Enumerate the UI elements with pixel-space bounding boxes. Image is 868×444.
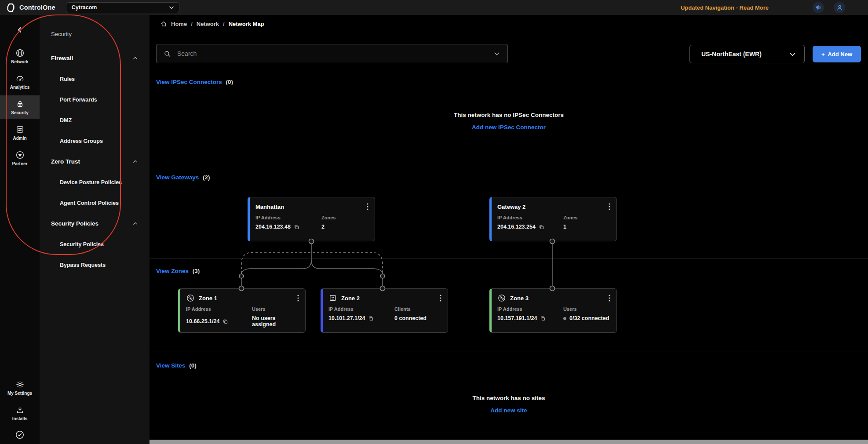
section-ipsec-connectors: View IPSec Connectors (0) [156,79,233,85]
updated-navigation-link[interactable]: Updated Navigation - Read More [681,4,769,11]
ip-address-value: 204.16.123.48 [255,224,291,230]
zone-name: Zone 1 [199,295,217,302]
status-dot [563,317,566,320]
ip-address-value: 10.101.27.1/24 [328,315,365,321]
horizontal-scrollbar[interactable] [150,440,868,444]
padlock-icon [15,99,25,109]
add-new-site-link[interactable]: Add new site [150,407,868,414]
card-menu-icon[interactable] [439,294,442,302]
zone-stat-value: 0 connected [394,315,442,321]
sidebar-item-network[interactable]: Network [0,44,40,68]
region-selector-value: US-NorthEast (EWR) [701,51,789,58]
breadcrumb-network-map: Network Map [229,21,264,27]
ipsec-empty-text: This network has no IPSec Connectors [150,112,868,118]
copy-icon[interactable] [222,319,228,324]
copy-icon[interactable] [540,316,546,321]
person-icon [836,4,843,11]
panel-item-address-groups[interactable]: Address Groups [40,131,150,151]
security-panel: Security Firewall Rules Port Forwards DM… [40,15,150,444]
top-bar: ControlOne Cytracom Updated Navigation -… [0,0,868,15]
zone-client-icon [328,294,337,302]
organization-selector[interactable]: Cytracom [66,2,179,13]
panel-item-bypass-requests[interactable]: Bypass Requests [40,255,150,275]
star-circle-icon [15,150,25,160]
zone-card-zone-3: Zone 3 IP Address Users 10.157.191.1/24 … [489,288,617,333]
panel-group-security-policies[interactable]: Security Policies [40,213,150,234]
search-input[interactable] [176,50,493,58]
account-button[interactable] [834,2,845,13]
sliders-panel-icon [15,125,25,134]
copy-icon[interactable] [294,224,299,230]
app-shell: Network Analytics Security [0,15,868,444]
zones-count-value: 1 [563,224,611,230]
chevron-up-icon [132,221,138,226]
breadcrumb-home[interactable]: Home [171,21,187,27]
section-sites: View Sites (0) [156,362,197,369]
copy-icon[interactable] [539,224,544,230]
zone-icon [497,294,506,302]
zone-stat-value: No users assigned [252,315,300,328]
collapse-panel-button[interactable] [14,24,26,36]
gear-icon [15,380,25,389]
globe-icon [15,48,25,58]
ip-address-value: 10.157.191.1/24 [497,315,537,321]
panel-item-device-posture-policies[interactable]: Device Posture Policies [40,172,150,193]
sidebar-item-admin[interactable]: Admin [0,121,40,144]
announcements-button[interactable] [813,2,824,13]
zone-name: Zone 3 [510,295,529,302]
brand-title: ControlOne [19,4,55,11]
chevron-down-icon [168,4,175,11]
view-zones-link[interactable]: View Zones [156,268,189,274]
region-selector[interactable]: US-NorthEast (EWR) [689,45,805,63]
check-circle-icon [15,430,25,440]
status-check-button[interactable] [15,430,25,440]
ip-address-value: 10.66.25.1/24 [186,318,219,324]
panel-item-security-policies[interactable]: Security Policies [40,234,150,255]
add-ipsec-connector-link[interactable]: Add new IPSec Connector [150,124,868,131]
view-ipsec-connectors-link[interactable]: View IPSec Connectors [156,79,222,85]
megaphone-icon [815,4,822,11]
sidebar-item-partner[interactable]: Partner [0,146,40,170]
card-menu-icon[interactable] [608,202,611,211]
copy-icon[interactable] [368,316,374,321]
gateway-name: Manhattan [255,204,284,210]
card-menu-icon[interactable] [296,294,300,302]
breadcrumb-network[interactable]: Network [197,21,219,27]
card-menu-icon[interactable] [608,294,611,302]
view-gateways-link[interactable]: View Gateways [156,174,199,181]
icon-rail: Network Analytics Security [0,15,40,444]
gateway-card-manhattan: Manhattan IP Address Zones 204.16.123.48… [248,197,375,241]
panel-title: Security [40,31,150,37]
gateway-card-gateway-2: Gateway 2 IP Address Zones 204.16.123.25… [489,197,617,241]
panel-item-rules[interactable]: Rules [40,69,150,89]
panel-group-zero-trust[interactable]: Zero Trust [40,151,150,172]
organization-selector-value: Cytracom [72,4,168,11]
download-icon [15,405,25,415]
zone-card-zone-1: Zone 1 IP Address Users 10.66.25.1/24 No… [178,288,306,333]
sidebar-item-my-settings[interactable]: My Settings [0,376,40,399]
chevron-left-icon [16,26,24,34]
panel-item-port-forwards[interactable]: Port Forwards [40,89,150,110]
breadcrumb: Home / Network / Network Map [160,21,264,27]
panel-item-agent-control-policies[interactable]: Agent Control Policies [40,193,150,213]
zone-name: Zone 2 [341,295,360,302]
section-divider [150,162,868,162]
section-zones: View Zones (3) [156,268,200,274]
sidebar-item-security[interactable]: Security [0,95,40,119]
panel-item-dmz[interactable]: DMZ [40,110,150,131]
sidebar-item-installs[interactable]: Installs [0,401,40,425]
chevron-down-icon[interactable] [493,50,500,57]
gateway-name: Gateway 2 [497,204,525,210]
sidebar-item-analytics[interactable]: Analytics [0,70,40,93]
zone-card-zone-2: Zone 2 IP Address Clients 10.101.27.1/24… [321,288,448,333]
panel-group-firewall[interactable]: Firewall [40,48,150,69]
sites-empty-text: This network has no sites [150,395,868,401]
chevron-down-icon [789,51,796,58]
main-content: Home / Network / Network Map US-NorthEas… [150,15,868,444]
zone-stat-value: 0/32 connected [569,315,609,321]
view-sites-link[interactable]: View Sites [156,362,186,369]
plus-icon: + [821,51,825,58]
zone-icon [186,294,195,302]
card-menu-icon[interactable] [366,202,369,211]
add-new-button[interactable]: + Add New [813,46,861,62]
